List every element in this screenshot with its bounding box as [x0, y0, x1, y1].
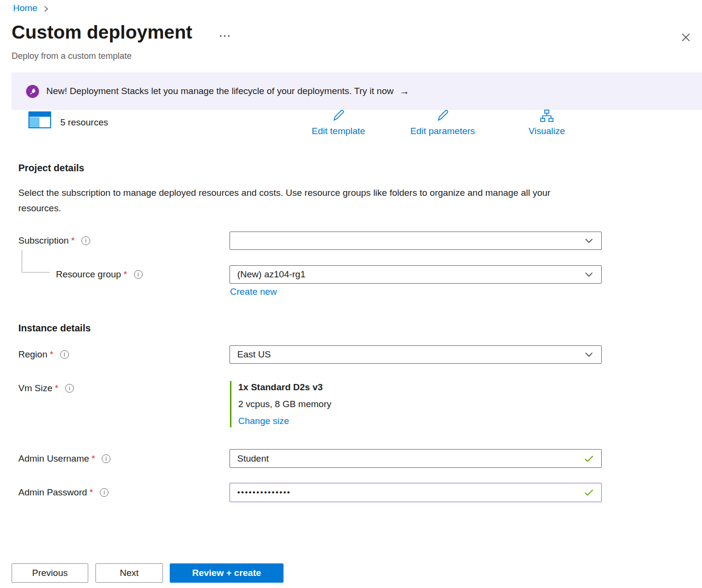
admin-username-input[interactable]: [237, 453, 580, 464]
edit-template-label: Edit template: [312, 126, 365, 137]
breadcrumb-home-link[interactable]: Home: [13, 3, 38, 14]
pencil-icon: [331, 109, 346, 125]
change-size-link[interactable]: Change size: [238, 416, 289, 426]
region-value: East US: [237, 349, 271, 360]
info-icon[interactable]: [102, 454, 110, 463]
edit-parameters-label: Edit parameters: [410, 126, 475, 137]
admin-username-field: [230, 449, 602, 468]
resource-group-label-row: Resource group *: [56, 269, 143, 280]
vm-size-label-row: Vm Size *: [18, 383, 74, 394]
template-resources-icon: [28, 111, 51, 130]
required-asterisk: *: [92, 453, 95, 464]
subscription-label: Subscription: [18, 235, 69, 246]
pencil-icon: [435, 109, 450, 125]
resource-group-dropdown[interactable]: (New) az104-rg1: [230, 265, 602, 284]
admin-password-label-row: Admin Password *: [18, 487, 108, 498]
required-asterisk: *: [71, 235, 75, 246]
previous-button[interactable]: Previous: [12, 563, 88, 583]
vm-size-label: Vm Size: [18, 383, 53, 394]
info-icon[interactable]: [81, 236, 90, 245]
chevron-down-icon: [585, 272, 593, 277]
required-asterisk: *: [55, 383, 58, 394]
chevron-down-icon: [585, 238, 593, 243]
edit-parameters-button[interactable]: Edit parameters: [410, 109, 475, 137]
subscription-dropdown[interactable]: [230, 232, 602, 250]
breadcrumb: Home: [13, 3, 49, 14]
vm-size-detail: 2 vcpus, 8 GB memory: [238, 399, 331, 410]
resource-count: 5 resources: [60, 117, 108, 128]
rocket-icon: [26, 85, 39, 98]
info-icon[interactable]: [60, 350, 69, 359]
breadcrumb-chevron-icon: [43, 4, 49, 13]
info-icon[interactable]: [100, 488, 108, 497]
checkmark-icon: [584, 489, 594, 496]
region-dropdown[interactable]: East US: [230, 345, 602, 364]
region-label: Region: [18, 349, 47, 360]
close-icon: [681, 36, 690, 43]
region-label-row: Region *: [18, 349, 69, 360]
visualize-button[interactable]: Visualize: [528, 109, 565, 137]
subscription-label-row: Subscription *: [18, 235, 90, 246]
arrow-right-icon: →: [399, 85, 409, 97]
admin-username-label: Admin Username: [18, 453, 89, 464]
vm-size-selection: 1x Standard D2s v3 2 vcpus, 8 GB memory …: [230, 381, 331, 427]
visualize-label: Visualize: [528, 126, 565, 137]
announcement-banner[interactable]: New! Deployment Stacks let you manage th…: [12, 72, 702, 110]
checkmark-icon: [584, 455, 594, 462]
chevron-down-icon: [585, 352, 593, 357]
next-button[interactable]: Next: [95, 563, 163, 583]
banner-message: New! Deployment Stacks let you manage th…: [46, 86, 393, 96]
review-create-button[interactable]: Review + create: [170, 563, 284, 583]
required-asterisk: *: [50, 349, 53, 360]
info-icon[interactable]: [134, 270, 143, 279]
required-asterisk: *: [90, 487, 93, 498]
edit-template-button[interactable]: Edit template: [312, 109, 365, 137]
info-icon[interactable]: [65, 384, 74, 393]
project-details-description: Select the subscription to manage deploy…: [18, 185, 573, 216]
admin-password-field: [230, 483, 602, 502]
instance-details-heading: Instance details: [18, 323, 91, 334]
admin-username-label-row: Admin Username *: [18, 453, 110, 464]
close-button[interactable]: [678, 30, 693, 46]
page-subtitle: Deploy from a custom template: [12, 51, 132, 61]
admin-password-input[interactable]: [237, 488, 580, 497]
admin-password-label: Admin Password: [18, 487, 87, 498]
org-chart-icon: [540, 109, 554, 125]
project-details-heading: Project details: [18, 163, 84, 174]
vm-size-title: 1x Standard D2s v3: [238, 382, 331, 393]
title-menu-ellipsis[interactable]: ···: [219, 31, 231, 41]
create-new-link[interactable]: Create new: [230, 287, 277, 297]
resource-group-value: (New) az104-rg1: [237, 269, 306, 280]
subscription-resource-group-connector: [22, 250, 50, 273]
resource-group-label: Resource group: [56, 269, 121, 280]
page-title: Custom deployment: [12, 22, 192, 43]
required-asterisk: *: [123, 269, 127, 280]
